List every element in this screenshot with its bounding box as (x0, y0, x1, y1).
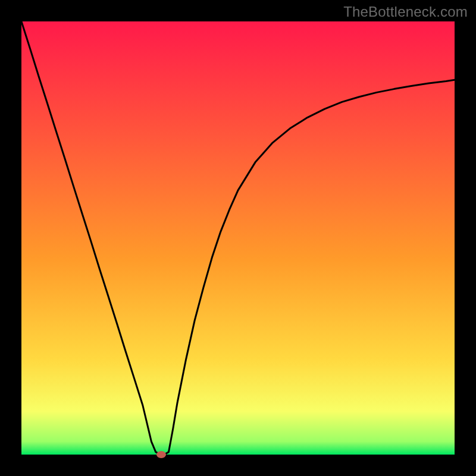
plot-area (21, 21, 455, 455)
watermark-text: TheBottleneck.com (343, 4, 468, 20)
bottleneck-curve (21, 21, 455, 455)
optimal-point-marker (156, 451, 166, 458)
chart-frame: TheBottleneck.com (0, 0, 476, 476)
curve-svg (21, 21, 455, 455)
